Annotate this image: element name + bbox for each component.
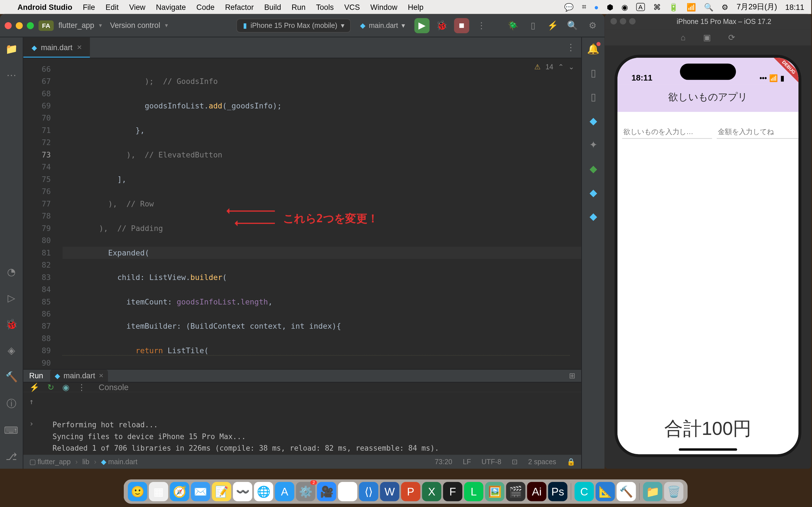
settings-icon[interactable]: ⚙	[585, 20, 600, 31]
scroll-up-icon[interactable]: ↑	[29, 396, 34, 407]
code-content[interactable]: ); // GoodsInfo goodsInfoList.add(_goods…	[56, 58, 581, 369]
run-panel-title[interactable]: Run	[29, 372, 43, 380]
home-icon[interactable]: ⌂	[680, 33, 686, 42]
input-method-icon[interactable]: A	[636, 3, 645, 11]
close-tab-icon[interactable]: ✕	[77, 44, 82, 51]
dock-vscode[interactable]: ⟨⟩	[359, 482, 378, 501]
warning-icon[interactable]: ⚠	[534, 63, 541, 71]
flutter-tool-icon[interactable]: ◆	[590, 115, 597, 127]
dock-safari[interactable]: 🧭	[170, 482, 190, 501]
iphone-screen[interactable]: DEBUG 18:11 ••• 📶 ▮ 欲しいものアプリ 保存 合計100円	[615, 55, 801, 457]
dock-downloads[interactable]: 📁	[643, 482, 663, 501]
terminal-icon[interactable]: ⌨	[4, 425, 18, 437]
menu-tools[interactable]: Tools	[316, 3, 334, 11]
wifi-icon[interactable]: 📶	[687, 3, 696, 11]
run-tab[interactable]: ◆ main.dart ✕	[50, 370, 108, 382]
more-actions-icon[interactable]: ⋮	[474, 20, 489, 31]
flutter-outline-icon[interactable]: ◆	[590, 210, 597, 223]
dock-line[interactable]: L	[464, 482, 484, 501]
menu-refactor[interactable]: Refactor	[225, 3, 254, 11]
dock-preview[interactable]: 🖼️	[485, 482, 504, 501]
problems-icon[interactable]: ⓘ	[6, 397, 16, 411]
flutter-inspector-icon[interactable]: ◆	[590, 163, 597, 175]
menu-view[interactable]: View	[129, 3, 146, 11]
project-selector[interactable]: flutter_app	[58, 21, 94, 30]
menu-run[interactable]: Run	[292, 3, 305, 11]
dock-illustrator[interactable]: Ai	[527, 482, 546, 501]
debug-tool-icon[interactable]: 🐞	[5, 318, 17, 330]
dock-launchpad[interactable]: ▦	[149, 482, 168, 501]
status-icon[interactable]: ⌗	[582, 2, 586, 11]
stop-button[interactable]: ■	[454, 18, 469, 33]
run-button[interactable]: ▶	[414, 18, 430, 33]
dock-freeform[interactable]: 〰️	[233, 482, 252, 501]
close-icon[interactable]: ✕	[99, 373, 103, 379]
git-icon[interactable]: ⎇	[6, 451, 17, 463]
menu-build[interactable]: Build	[264, 3, 281, 11]
restart-icon[interactable]: ↻	[47, 383, 54, 392]
date-display[interactable]: 7月29日(月)	[737, 2, 777, 12]
dock-powerpoint[interactable]: P	[401, 482, 420, 501]
maximize-window-button[interactable]	[27, 22, 34, 29]
battery-icon[interactable]: 🔋	[669, 3, 678, 11]
dock-appstore[interactable]: A	[275, 482, 294, 501]
menu-window[interactable]: Window	[370, 3, 398, 11]
device-manager-icon[interactable]: ▯	[525, 20, 541, 31]
dock-xcode[interactable]: 🔨	[617, 482, 636, 501]
want-item-input[interactable]	[622, 125, 712, 138]
code-editor[interactable]: ⚠ 14 ⌃ ⌄ 6667686970717273747576777879808…	[23, 58, 581, 369]
next-highlight-icon[interactable]: ⌄	[568, 63, 574, 71]
flutter-perf-icon[interactable]: ◆	[590, 186, 597, 199]
menu-code[interactable]: Code	[197, 3, 214, 11]
dock-notes[interactable]: 📝	[212, 482, 232, 501]
vcs-selector[interactable]: Version control	[110, 21, 160, 30]
status-icon[interactable]: ⬢	[607, 3, 613, 11]
run-config-selector[interactable]: ◆ main.dart ▾	[356, 19, 410, 32]
device-selector[interactable]: ▮ iPhone 15 Pro Max (mobile) ▾	[237, 18, 351, 33]
menu-help[interactable]: Help	[408, 3, 423, 11]
status-icon[interactable]: ◉	[621, 3, 628, 11]
lightning-icon[interactable]: ⚡	[545, 20, 560, 31]
bluetooth-icon[interactable]: ⌘	[653, 3, 661, 11]
dock-trash[interactable]: 🗑️	[664, 482, 683, 501]
dock-chrome[interactable]: 🌐	[254, 482, 273, 501]
time-display[interactable]: 18:11	[785, 3, 804, 11]
notifications-icon[interactable]: 🔔	[587, 43, 599, 55]
status-icon[interactable]: ●	[594, 3, 599, 11]
dock-settings[interactable]: ⚙️2	[296, 482, 315, 501]
emulator-icon[interactable]: ▯	[591, 91, 596, 103]
dock-scrn[interactable]: 📐	[596, 482, 615, 501]
menu-file[interactable]: File	[83, 3, 95, 11]
ai-assistant-icon[interactable]: ✦	[589, 139, 598, 151]
bug-icon[interactable]: 🪲	[506, 20, 521, 31]
build-tool-icon[interactable]: 🔨	[5, 371, 17, 383]
dock-canva[interactable]: C	[574, 482, 594, 501]
dock-finder[interactable]: 🙂	[128, 482, 147, 501]
device-explorer-icon[interactable]: ▯	[591, 67, 596, 79]
rotate-icon[interactable]: ⟳	[728, 33, 735, 42]
control-center-icon[interactable]: ⚙	[721, 3, 728, 11]
dock-excel[interactable]: X	[422, 482, 442, 501]
status-icon[interactable]: 💬	[564, 3, 573, 11]
more-icon[interactable]: ⋮	[78, 383, 86, 392]
menu-vcs[interactable]: VCS	[344, 3, 360, 11]
flutter-outline-icon[interactable]: ◈	[8, 344, 15, 356]
dock-photoshop[interactable]: Ps	[548, 482, 567, 501]
app-name-menu[interactable]: Android Studio	[17, 3, 72, 11]
search-icon[interactable]: 🔍	[565, 20, 580, 31]
dock-mail[interactable]: ✉️	[191, 482, 210, 501]
console-output[interactable]: ↑ › Performing hot reload... Syncing fil…	[23, 392, 581, 469]
expand-icon[interactable]: ›	[29, 418, 34, 430]
run-tool-icon[interactable]: ▷	[8, 292, 15, 304]
devtools-icon[interactable]: ◉	[62, 383, 69, 392]
hot-reload-icon[interactable]: ⚡	[29, 383, 39, 392]
close-window-button[interactable]	[5, 22, 12, 29]
spotlight-icon[interactable]: 🔍	[704, 3, 713, 11]
dock-word[interactable]: W	[380, 482, 400, 501]
sim-window-controls[interactable]	[610, 16, 638, 27]
menu-edit[interactable]: Edit	[105, 3, 118, 11]
home-indicator[interactable]	[679, 448, 737, 451]
tab-main-dart[interactable]: ◆ main.dart ✕	[23, 37, 90, 57]
project-tool-icon[interactable]: 📁	[5, 43, 17, 55]
price-input[interactable]	[717, 125, 801, 138]
